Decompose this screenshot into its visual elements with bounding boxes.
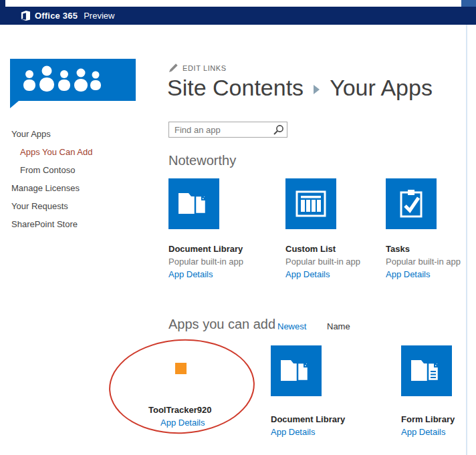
edit-links-button[interactable]: EDIT LINKS [169, 63, 227, 72]
app-subtitle: Popular built-in app [386, 257, 476, 267]
app-details-link[interactable]: App Details [271, 427, 386, 437]
app-card-document-library: Document Library Popular built-in app Ap… [168, 178, 283, 279]
app-details-link[interactable]: App Details [160, 418, 263, 428]
nav-your-requests[interactable]: Your Requests [11, 197, 152, 215]
page-title: Site Contents Your Apps [167, 75, 433, 101]
sort-newest-link[interactable]: Newest [277, 321, 306, 331]
apps-you-can-add-heading: Apps you can add [168, 317, 275, 332]
nav-sharepoint-store[interactable]: SharePoint Store [11, 215, 152, 233]
brand-suffix: Preview [84, 11, 114, 21]
search-icon[interactable] [273, 124, 284, 136]
office-logo-icon [20, 11, 30, 21]
nav-manage-licenses[interactable]: Manage Licenses [11, 179, 152, 197]
app-name[interactable]: Custom List [285, 244, 400, 254]
site-logo-tail [10, 101, 19, 108]
app-subtitle: Popular built-in app [168, 257, 283, 267]
office-365-brand-link[interactable]: Office 365 Preview [20, 11, 114, 21]
app-name[interactable]: ToolTracker920 [148, 405, 263, 415]
document-library-icon [177, 188, 211, 219]
nav-your-apps[interactable]: Your Apps [11, 125, 152, 143]
nav-apps-you-can-add[interactable]: Apps You Can Add [11, 143, 152, 161]
breadcrumb-caret-icon [314, 85, 320, 94]
app-details-link[interactable]: App Details [168, 269, 283, 279]
app-card-tooltracker920: ToolTracker920 App Details [148, 345, 263, 428]
search-input[interactable] [169, 122, 273, 137]
breadcrumb-current: Your Apps [330, 75, 433, 101]
app-name[interactable]: Form Library [401, 414, 476, 424]
app-details-link[interactable]: App Details [401, 427, 476, 437]
app-name[interactable]: Document Library [168, 244, 283, 254]
breadcrumb-site-contents[interactable]: Site Contents [167, 75, 304, 101]
office365-suite-bar: Office 365 Preview [0, 7, 476, 25]
custom-list-tile[interactable] [285, 178, 336, 229]
app-details-link[interactable]: App Details [285, 269, 400, 279]
sort-name-link[interactable]: Name [327, 321, 350, 331]
app-details-link[interactable]: App Details [386, 269, 476, 279]
orange-square-icon [175, 363, 187, 374]
form-library-tile[interactable] [401, 345, 452, 396]
noteworthy-heading: Noteworthy [168, 153, 236, 168]
document-library-tile[interactable] [271, 345, 322, 396]
custom-list-icon [295, 190, 327, 218]
document-library-icon [279, 355, 313, 386]
search-box [168, 122, 287, 138]
app-card-tasks: Tasks Popular built-in app App Details [386, 178, 476, 279]
form-library-icon [410, 355, 443, 386]
document-library-tile[interactable] [168, 178, 219, 229]
window-corner-left [0, 0, 5, 7]
pencil-icon [169, 63, 178, 72]
left-navigation: Your Apps Apps You Can Add From Contoso … [11, 125, 152, 233]
nav-from-contoso[interactable]: From Contoso [11, 161, 152, 179]
tasks-tile[interactable] [386, 178, 437, 229]
app-name[interactable]: Document Library [271, 414, 386, 424]
edit-links-label: EDIT LINKS [183, 64, 227, 72]
site-logo[interactable] [10, 59, 136, 101]
app-card-form-library: Form Library App Details [401, 345, 476, 437]
app-subtitle: Popular built-in app [285, 257, 400, 267]
app-card-document-library-2: Document Library App Details [271, 345, 386, 437]
app-card-custom-list: Custom List Popular built-in app App Det… [285, 178, 400, 279]
tooltracker-tile-area [148, 345, 199, 396]
tasks-clipboard-icon [395, 188, 427, 219]
sharepoint-your-apps-page: Office 365 Preview Your Apps Apps You Ca… [0, 0, 476, 455]
people-icon [19, 65, 103, 96]
window-corner-right [461, 0, 476, 7]
app-name[interactable]: Tasks [386, 244, 476, 254]
brand-name: Office 365 [35, 11, 78, 21]
